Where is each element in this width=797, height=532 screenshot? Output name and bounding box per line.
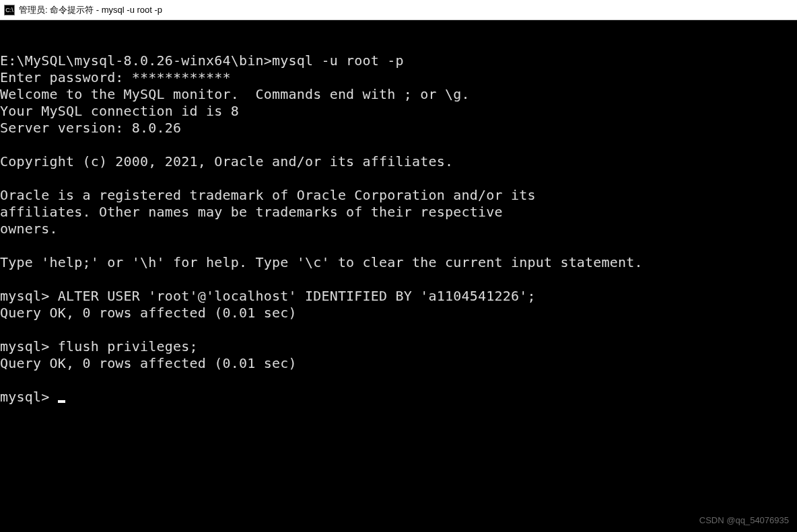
terminal-line: Copyright (c) 2000, 2021, Oracle and/or …: [0, 153, 453, 169]
terminal-output[interactable]: E:\MySQL\mysql-8.0.26-winx64\bin>mysql -…: [0, 52, 797, 406]
watermark-text: CSDN @qq_54076935: [699, 515, 789, 525]
terminal-prompt: mysql>: [0, 389, 58, 405]
terminal-line: Enter password: ************: [0, 69, 231, 85]
terminal-line: Type 'help;' or '\h' for help. Type '\c'…: [0, 254, 643, 270]
cmd-icon: C:\: [4, 5, 15, 15]
window-titlebar[interactable]: C:\ 管理员: 命令提示符 - mysql -u root -p: [0, 0, 797, 20]
terminal-line: owners.: [0, 221, 58, 237]
terminal-line: Server version: 8.0.26: [0, 120, 181, 136]
terminal-line: mysql> ALTER USER 'root'@'localhost' IDE…: [0, 288, 536, 304]
cursor-icon: [58, 400, 65, 403]
terminal-line: Query OK, 0 rows affected (0.01 sec): [0, 355, 297, 371]
window-title: 管理员: 命令提示符 - mysql -u root -p: [19, 4, 162, 16]
terminal-line: Query OK, 0 rows affected (0.01 sec): [0, 305, 297, 321]
terminal-line: Oracle is a registered trademark of Orac…: [0, 187, 536, 203]
terminal-line: affiliates. Other names may be trademark…: [0, 204, 503, 220]
terminal-line: Your MySQL connection id is 8: [0, 103, 239, 119]
terminal-line: mysql> flush privileges;: [0, 338, 198, 354]
terminal-line: Welcome to the MySQL monitor. Commands e…: [0, 86, 470, 102]
terminal-line: E:\MySQL\mysql-8.0.26-winx64\bin>mysql -…: [0, 52, 404, 69]
